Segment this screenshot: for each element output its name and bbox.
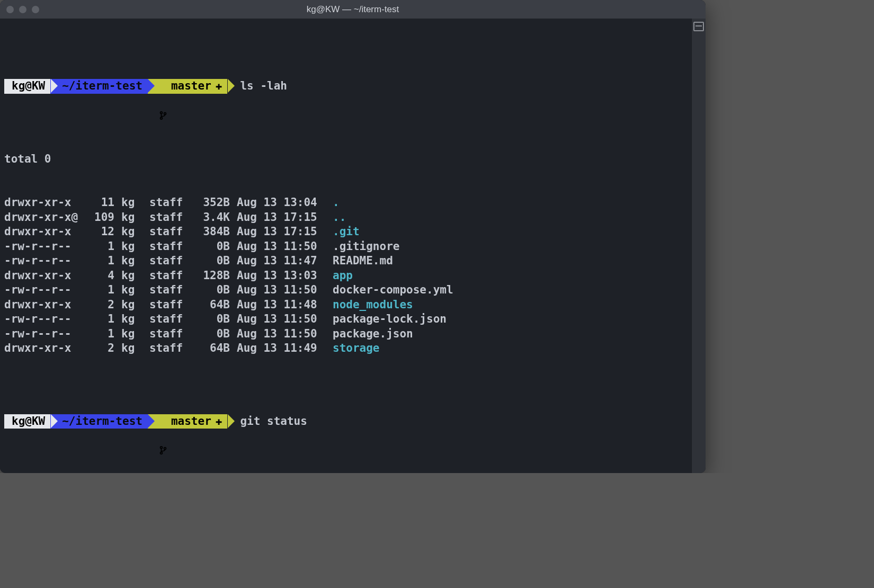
prompt-host: kg@KW [12, 414, 45, 429]
ls-filename: app [333, 269, 353, 282]
git-dirty-icon: ✚ [216, 79, 222, 94]
prompt-host: kg@KW [12, 79, 45, 94]
titlebar[interactable]: kg@KW — ~/iterm-test [0, 0, 706, 19]
prompt-path: ~/iterm-test [62, 79, 142, 94]
ls-filename: node_modules [333, 298, 413, 311]
ls-filename: package.json [333, 327, 413, 340]
ls-filename: .gitignore [333, 240, 399, 253]
mark-icon[interactable] [693, 22, 704, 31]
minimize-icon[interactable] [19, 6, 26, 13]
git-branch-icon [159, 82, 167, 91]
ls-filename: . [333, 196, 340, 209]
prompt-host-segment: kg@KW [4, 414, 50, 429]
ls-row: drwxr-xr-x12kgstaff384BAug 13 17:15.git [4, 225, 692, 239]
ls-row: -rw-r--r--1kgstaff0BAug 13 11:50package-… [4, 312, 692, 327]
prompt-branch: master [171, 414, 211, 429]
svg-point-2 [164, 112, 166, 114]
terminal-window: kg@KW — ~/iterm-test kg@KW ~/iterm-test … [0, 0, 706, 473]
ls-row: drwxr-xr-x2kgstaff64BAug 13 11:49storage [4, 341, 692, 356]
zoom-icon[interactable] [32, 6, 39, 13]
prompt-path: ~/iterm-test [62, 414, 142, 429]
window-controls [6, 6, 39, 13]
prompt-branch-segment: master ✚ [148, 79, 228, 94]
svg-point-5 [164, 448, 166, 450]
prompt-path-segment: ~/iterm-test [50, 79, 148, 94]
ls-output: drwxr-xr-x11kgstaff352BAug 13 13:04.drwx… [4, 195, 692, 356]
prompt-host-segment: kg@KW [4, 79, 50, 94]
ls-row: -rw-r--r--1kgstaff0BAug 13 11:50.gitigno… [4, 239, 692, 254]
ls-filename: README.md [333, 254, 393, 267]
window-title: kg@KW — ~/iterm-test [0, 2, 706, 17]
ls-row: -rw-r--r--1kgstaff0BAug 13 11:50package.… [4, 327, 692, 342]
command-text: ls -lah [240, 79, 287, 94]
prompt-line: kg@KW ~/iterm-test master ✚ ls -lah [4, 79, 692, 94]
terminal-body[interactable]: kg@KW ~/iterm-test master ✚ ls -lah tota… [0, 19, 692, 473]
ls-total: total 0 [4, 152, 692, 167]
svg-point-0 [160, 112, 163, 114]
prompt-branch: master [171, 79, 211, 94]
ls-row: -rw-r--r--1kgstaff0BAug 13 11:50docker-c… [4, 283, 692, 298]
command-text: git status [240, 414, 307, 429]
prompt-path-segment: ~/iterm-test [50, 414, 148, 429]
svg-point-4 [160, 452, 163, 455]
ls-row: drwxr-xr-x@109kgstaff3.4KAug 13 17:15.. [4, 210, 692, 225]
annotation-gutter[interactable] [691, 19, 706, 473]
git-dirty-icon: ✚ [216, 414, 222, 429]
prompt-branch-segment: master ✚ [148, 414, 228, 429]
ls-row: drwxr-xr-x11kgstaff352BAug 13 13:04. [4, 195, 692, 210]
ls-filename: package-lock.json [333, 313, 447, 325]
git-branch-icon [159, 416, 167, 426]
prompt-line: kg@KW ~/iterm-test master ✚ git status [4, 414, 692, 429]
ls-filename: .. [333, 211, 346, 224]
ls-row: drwxr-xr-x4kgstaff128BAug 13 13:03app [4, 269, 692, 283]
ls-row: -rw-r--r--1kgstaff0BAug 13 11:47README.m… [4, 254, 692, 269]
ls-filename: .git [333, 225, 360, 238]
svg-point-3 [160, 447, 163, 449]
ls-row: drwxr-xr-x2kgstaff64BAug 13 11:48node_mo… [4, 298, 692, 313]
ls-filename: storage [333, 342, 380, 354]
close-icon[interactable] [6, 6, 14, 13]
ls-filename: docker-compose.yml [333, 283, 453, 296]
svg-point-1 [160, 117, 163, 119]
